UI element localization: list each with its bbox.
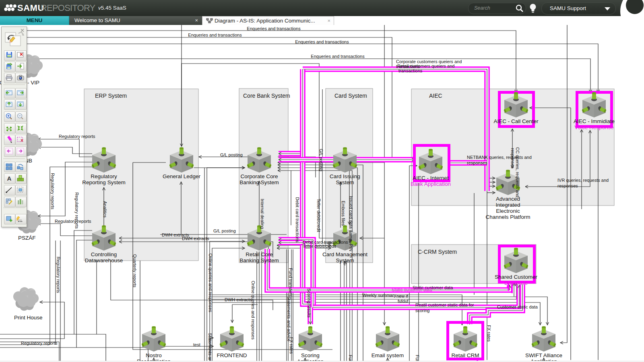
svg-text:Electronic: Electronic (496, 208, 520, 214)
svg-text:ERP System: ERP System (95, 93, 127, 99)
svg-text:Enqueries and transactions: Enqueries and transactions (311, 54, 365, 59)
svg-text:Issued card data &amp; PIN: Issued card data &amp; PIN (349, 196, 353, 251)
svg-text:Retail customers queiers and: Retail customers queiers and (397, 64, 454, 68)
svg-text:Shared Customer: Shared Customer (495, 274, 537, 280)
svg-text:Nostro: Nostro (146, 352, 162, 358)
svg-text:Analitics: Analitics (103, 201, 107, 218)
svg-text:Card System: Card System (334, 93, 367, 99)
svg-text:AIEC: AIEC (429, 93, 442, 99)
svg-text:transactions: transactions (398, 68, 423, 73)
svg-text:Regulatory reports: Regulatory reports (50, 173, 55, 210)
svg-text:Teller debit/credit: Teller debit/credit (303, 244, 336, 249)
svg-text:AIEC - Immidiate: AIEC - Immidiate (574, 118, 615, 124)
svg-text:DWH extracts: DWH extracts (182, 236, 209, 241)
svg-text:Regulatory reports: Regulatory reports (21, 341, 58, 346)
svg-text:C-CRM System: C-CRM System (418, 249, 457, 255)
svg-text:Email system: Email system (372, 352, 404, 358)
svg-text:SWIFT Alliance: SWIFT Alliance (525, 352, 562, 358)
svg-text:Enqueries and transactions: Enqueries and transactions (247, 26, 301, 31)
svg-text:Static customer data: Static customer data (392, 287, 432, 292)
svg-text:Retail Core: Retail Core (246, 251, 273, 257)
svg-text:Fund transfers: Fund transfers (288, 268, 293, 296)
svg-text:G/L posting: G/L posting (220, 152, 243, 157)
svg-text:Card Management: Card Management (322, 251, 367, 257)
svg-text:Database: Database (504, 280, 528, 286)
svg-text:Integrated: Integrated (496, 202, 520, 208)
svg-text:Reporting System: Reporting System (82, 179, 125, 185)
svg-text:Corporate Core: Corporate Core (240, 173, 278, 179)
svg-text:Regulatory: Regulatory (91, 173, 117, 179)
svg-text:Retail CRM: Retail CRM (451, 352, 479, 358)
svg-text:Banking System: Banking System (239, 257, 279, 263)
svg-text:Statements and advice: Statements and advice (287, 296, 291, 341)
svg-text:Channels Platform: Channels Platform (485, 214, 530, 220)
svg-text:Weekly summary: Weekly summary (362, 293, 396, 298)
svg-text:Reatil customer static data fo: Reatil customer static data for (415, 302, 474, 307)
svg-text:IVR queries, requests and: IVR queries, requests and (557, 178, 609, 183)
svg-text:NETBANK queries, requests and: NETBANK queries, requests and (467, 155, 532, 160)
svg-text:AIEC - Call Center: AIEC - Call Center (493, 118, 539, 124)
svg-text:Statements and a: Statements and a (208, 333, 213, 362)
svg-text:AIEC - Internet: AIEC - Internet (413, 175, 449, 181)
svg-text:responses: responses (510, 148, 515, 169)
svg-text:A: A (7, 175, 12, 182)
svg-text:Print House: Print House (14, 315, 43, 321)
svg-text:FRONTEND: FRONTEND (217, 352, 247, 358)
svg-text:System: System (336, 179, 354, 185)
svg-text:responses: responses (467, 160, 487, 165)
svg-text:Enqueries and transactions: Enqueries and transactions (188, 33, 242, 37)
svg-text:Core Bank System: Core Bank System (243, 93, 290, 99)
svg-text:Online queries and responses: Online queries and responses (208, 253, 213, 313)
svg-text:Bank Application: Bank Application (411, 181, 451, 187)
svg-text:System: System (336, 257, 354, 263)
svg-text:Teller debit/credit: Teller debit/credit (316, 199, 321, 232)
svg-text:PSZÁF: PSZÁF (18, 235, 36, 241)
svg-text:Debit card transactions: Debit card transactions (295, 197, 300, 243)
svg-text:responses: responses (557, 183, 578, 188)
svg-text:test: test (193, 342, 200, 347)
svg-text:CC queries, requests and: CC queries, requests and (515, 147, 520, 197)
svg-text:Voice Response: Voice Response (574, 124, 614, 130)
svg-text:Regulatory reports: Regulatory reports (56, 257, 61, 293)
svg-text:Regulatory reports: Regulatory reports (74, 192, 79, 229)
svg-text:Quarterly reports: Quarterly reports (132, 254, 137, 288)
svg-text:new if: new if (396, 294, 409, 298)
svg-text:FX rates: FX rates (289, 337, 294, 354)
svg-text:Card Issuing: Card Issuing (330, 173, 360, 179)
svg-text:Banking System: Banking System (239, 179, 279, 185)
svg-text:Emboss files: Emboss files (341, 201, 346, 226)
svg-text:Customer static data: Customer static data (497, 304, 538, 309)
svg-text:Controlling: Controlling (91, 251, 117, 257)
svg-text:Regulatory reports: Regulatory reports (59, 134, 95, 139)
svg-text:General Ledger: General Ledger (163, 173, 200, 179)
svg-text:G/L posting: G/L posting (319, 149, 324, 171)
svg-text:Internal dealing: Internal dealing (260, 199, 265, 229)
svg-text:Datawarehouse: Datawarehouse (85, 257, 123, 263)
svg-text:FX rates: FX rates (487, 325, 491, 342)
svg-text:G/L posting: G/L posting (213, 228, 236, 233)
svg-text:fsfdsf: fsfdsf (398, 299, 409, 304)
svg-text:Scoring: Scoring (301, 352, 320, 358)
svg-text:Enqueries and transactions: Enqueries and transactions (295, 39, 349, 44)
svg-text:scoring: scoring (415, 308, 429, 313)
svg-text:Scoring results: Scoring results (307, 288, 312, 318)
svg-text:Regulatory reports: Regulatory reports (55, 219, 91, 224)
svg-text:Online queries and responses: Online queries and responses (251, 281, 256, 340)
svg-text:DWH extracts: DWH extracts (225, 297, 252, 302)
